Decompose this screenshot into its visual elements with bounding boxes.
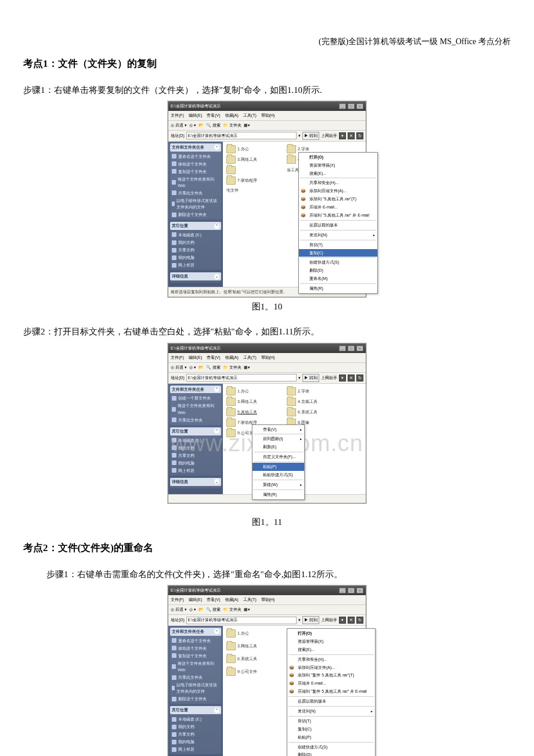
ctx-shortcut[interactable]: 创建快捷方式(S) [287,743,375,751]
address-input[interactable] [186,617,297,624]
window-controls[interactable]: _ □ × [338,587,363,594]
ctx-addrar2[interactable]: 📦添加到 "复件 5.其他工具.rar"(T) [287,671,375,679]
collapse-icon[interactable]: ⌃ [214,629,219,634]
place-item[interactable]: 我的电脑 [172,738,219,746]
up-button[interactable]: 📂 [199,364,204,371]
ctx-av[interactable]: 还原以前的版本 [287,697,375,705]
ctx-sendto[interactable]: 发送到(N)▸ [287,707,375,715]
ctx-delete[interactable]: 删除(D) [287,751,375,756]
menu-fav[interactable]: 收藏(A) [225,597,239,602]
ctx-share[interactable]: 共享和安全(H)... [287,656,375,664]
ctx-explorer[interactable]: 资源管理器(X) [287,638,375,646]
folder-item[interactable]: 1.办公 [226,387,280,395]
search-button[interactable]: 🔍 搜索 [206,122,221,129]
folder-item[interactable]: 宅文件 [226,187,280,194]
back-button[interactable]: ◎ 后退 ▾ [171,364,187,371]
place-item[interactable]: 共享文档 [172,452,219,459]
go-button[interactable]: ▶ 转到 [302,132,319,140]
menu-edit[interactable]: 编辑(E) [189,355,202,359]
ctx-sendto[interactable]: 发送到(N)▸ [299,231,377,239]
collapse-icon[interactable]: ⌃ [214,145,219,150]
folder-item[interactable]: 1.办公 [226,145,280,153]
folder-item[interactable]: 1.办公 [226,629,280,638]
folder-item[interactable]: 3.网络工具 [226,642,280,650]
address-input[interactable] [186,132,297,139]
collapse-icon[interactable]: ⌃ [214,387,219,392]
forward-button[interactable]: ◎ ▾ [189,364,196,371]
task-item[interactable]: 重命名这个文件夹 [172,153,219,160]
maximize-icon[interactable]: □ [348,588,355,593]
task-item[interactable]: 以电子邮件形式发送该文件夹内的文件 [172,197,219,211]
ctx-open[interactable]: 打开(O) [299,153,377,161]
go-button[interactable]: ▶ 转到 [302,374,319,382]
ctx-prop[interactable]: 属性(R) [252,491,304,499]
ctx-paste-shortcut[interactable]: 粘贴快捷方式(S) [252,471,304,479]
ctx-addrar[interactable]: 📦添加到压缩文件(A)... [299,187,377,195]
ctx-search[interactable]: 搜索(E)... [287,646,375,654]
up-button[interactable]: 📂 [199,606,204,613]
close-icon[interactable]: × [356,103,363,109]
back-button[interactable]: ◎ 后退 ▾ [171,606,187,613]
main-pane[interactable]: 1.办公 2.字体 3.网络工具 4.音频工具 当工具 7.驱动程序 宅文件 打… [223,142,366,287]
close-icon[interactable]: × [356,588,363,593]
ctx-copy[interactable]: 复制(C) [299,249,377,257]
helper-icon-3[interactable]: ↻ [356,375,363,381]
forward-button[interactable]: ◎ ▾ [189,606,196,613]
dropdown-icon[interactable]: ▾ [298,617,301,624]
dropdown-icon[interactable]: ▾ [298,132,301,139]
folder-item[interactable]: 4.音频工具 [287,398,340,406]
task-item[interactable]: 删除这个文件夹 [172,695,219,703]
dropdown-icon[interactable]: ▾ [298,375,301,381]
helper-icon-2[interactable]: ✕ [348,132,355,139]
ctx-addrar2[interactable]: 📦添加到 "5.其他工具.rar"(T) [299,195,377,203]
place-item[interactable]: 本地磁盘 (E:) [172,231,219,239]
context-menu[interactable]: 打开(O) 资源管理器(X) 搜索(E)... 共享和安全(H)... 📦添加到… [287,628,376,756]
menu-tools[interactable]: 工具(T) [243,597,257,602]
ctx-custom[interactable]: 自定义文件夹(F)... [252,453,304,461]
minimize-icon[interactable]: _ [339,345,346,351]
expand-icon[interactable]: ⌄ [214,479,219,484]
up-button[interactable]: 📂 [199,122,204,129]
ctx-arrange[interactable]: 排列图标(I)▸ [252,435,304,443]
menu-file[interactable]: 文件(F) [171,113,184,117]
forward-button[interactable]: ◎ ▾ [189,122,196,129]
ctx-rename[interactable]: 重命名(M) [299,275,377,283]
folder-item[interactable]: 2.字体 [287,387,340,395]
menubar[interactable]: 文件(F) 编辑(E) 查看(V) 收藏(A) 工具(T) 帮助(H) [168,353,366,363]
ctx-explorer[interactable]: 资源管理器(X) [299,161,377,170]
menu-tools[interactable]: 工具(T) [243,355,257,359]
minimize-icon[interactable]: _ [339,103,346,109]
ctx-refresh[interactable]: 刷新(E) [252,443,304,451]
ctx-addrar[interactable]: 📦添加到压缩文件(A)... [287,664,375,672]
task-item[interactable]: 将这个文件夹发布到 Web [172,402,219,416]
task-item[interactable]: 移动这个文件夹 [172,160,219,168]
task-item[interactable]: 将这个文件夹发布到 Web [172,660,219,674]
address-bar[interactable]: 地址(D) ▾ ▶ 转到 上网助手 ▾ ✕ ↻ [168,373,366,384]
ctx-zipmail2[interactable]: 📦压缩到 "5.其他工具.rar" 并 E-mail [299,211,377,219]
place-item[interactable]: 共享文档 [172,730,219,738]
place-item[interactable]: 本地磁盘 (E:) [172,715,219,723]
task-item[interactable]: 以电子邮件形式发送该文件夹内的文件 [172,681,219,695]
ctx-cut[interactable]: 剪切(T) [299,241,377,249]
folder-item[interactable] [226,166,280,174]
collapse-icon[interactable]: ⌃ [214,708,219,713]
place-item[interactable]: 网上邻居 [172,746,219,753]
menu-fav[interactable]: 收藏(A) [225,113,239,117]
expand-icon[interactable]: ⌄ [214,274,219,279]
main-pane[interactable]: 1.办公 2.字体 3.网络工具 4.音频工具 5.其他工具 6.系统工具 7.… [223,384,366,494]
place-item[interactable]: 共享文档 [172,246,219,254]
ctx-paste[interactable]: 粘贴(P) [287,733,375,741]
task-item[interactable]: 复制这个文件夹 [172,168,219,175]
close-icon[interactable]: × [356,345,363,351]
task-item[interactable]: 重命名这个文件夹 [172,637,219,645]
ctx-zipmail[interactable]: 📦压缩并 E-mail... [287,679,375,687]
window-controls[interactable]: _ □ × [338,103,363,110]
folder-item[interactable]: 7.驱动程序 [226,177,280,185]
task-item[interactable]: 将这个文件夹发布到 Web [172,175,219,189]
back-button[interactable]: ◎ 后退 ▾ [171,122,187,129]
helper-icon-1[interactable]: ▾ [339,617,346,624]
folders-button[interactable]: 📁 文件夹 [223,122,241,129]
minimize-icon[interactable]: _ [339,588,346,593]
task-item[interactable]: 共享此文件夹 [172,416,219,424]
task-item[interactable]: 移动这个文件夹 [172,645,219,652]
